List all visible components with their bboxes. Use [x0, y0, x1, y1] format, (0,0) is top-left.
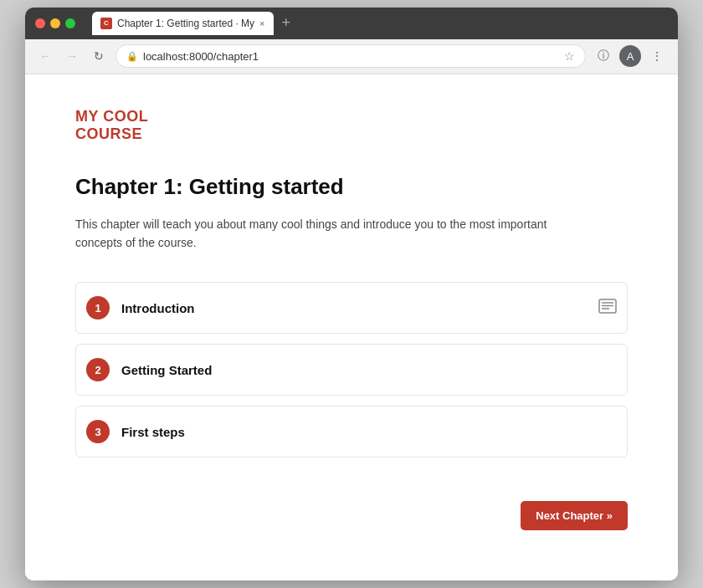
logo-line2: COURSE [75, 125, 142, 142]
reload-button[interactable]: ↻ [89, 46, 109, 66]
close-window-button[interactable] [35, 18, 45, 28]
lock-icon: 🔒 [126, 51, 138, 62]
address-bar[interactable]: 🔒 localhost:8000/chapter1 ☆ [115, 44, 586, 68]
lesson-name: Getting Started [121, 363, 617, 377]
back-button[interactable]: ← [35, 46, 55, 66]
footer-row: Next Chapter » [75, 501, 628, 530]
lesson-number-badge: 1 [86, 296, 110, 320]
traffic-lights [35, 18, 75, 28]
forward-button[interactable]: → [62, 46, 82, 66]
browser-window: C Chapter 1: Getting started · My × + ← … [25, 8, 678, 581]
address-text: localhost:8000/chapter1 [143, 50, 559, 63]
addressbar-right: ⓘ A ⋮ [593, 45, 668, 67]
site-logo: MY COOL COURSE [75, 108, 628, 144]
lesson-name: Introduction [121, 301, 598, 315]
lesson-item[interactable]: 2 Getting Started [75, 344, 628, 396]
lesson-item[interactable]: 1 Introduction [75, 282, 628, 334]
info-button[interactable]: ⓘ [593, 45, 614, 67]
page-content: MY COOL COURSE Chapter 1: Getting starte… [25, 74, 678, 581]
active-tab[interactable]: C Chapter 1: Getting started · My × [92, 12, 274, 35]
logo-line1: MY COOL [75, 108, 148, 125]
lesson-name: First steps [121, 425, 617, 439]
article-icon [598, 299, 617, 318]
minimize-window-button[interactable] [50, 18, 60, 28]
chapter-title: Chapter 1: Getting started [75, 174, 628, 200]
lesson-number-badge: 2 [86, 358, 110, 381]
tab-bar: C Chapter 1: Getting started · My × + [92, 12, 668, 35]
next-chapter-button[interactable]: Next Chapter » [521, 501, 628, 530]
bookmark-icon[interactable]: ☆ [564, 49, 575, 63]
lessons-list: 1 Introduction 2 Getting Started 3 Fir [75, 282, 628, 468]
tab-favicon: C [100, 18, 112, 29]
address-bar-row: ← → ↻ 🔒 localhost:8000/chapter1 ☆ ⓘ A ⋮ [25, 39, 678, 74]
account-button[interactable]: A [619, 45, 641, 67]
maximize-window-button[interactable] [65, 18, 75, 28]
chapter-description: This chapter will teach you about many c… [75, 215, 577, 253]
new-tab-button[interactable]: + [277, 14, 296, 32]
tab-close-icon[interactable]: × [259, 18, 264, 28]
tab-title: Chapter 1: Getting started · My [117, 18, 254, 29]
browser-titlebar: C Chapter 1: Getting started · My × + [25, 8, 678, 39]
lesson-number-badge: 3 [86, 420, 110, 443]
browser-menu-button[interactable]: ⋮ [646, 45, 668, 67]
lesson-item[interactable]: 3 First steps [75, 406, 628, 458]
